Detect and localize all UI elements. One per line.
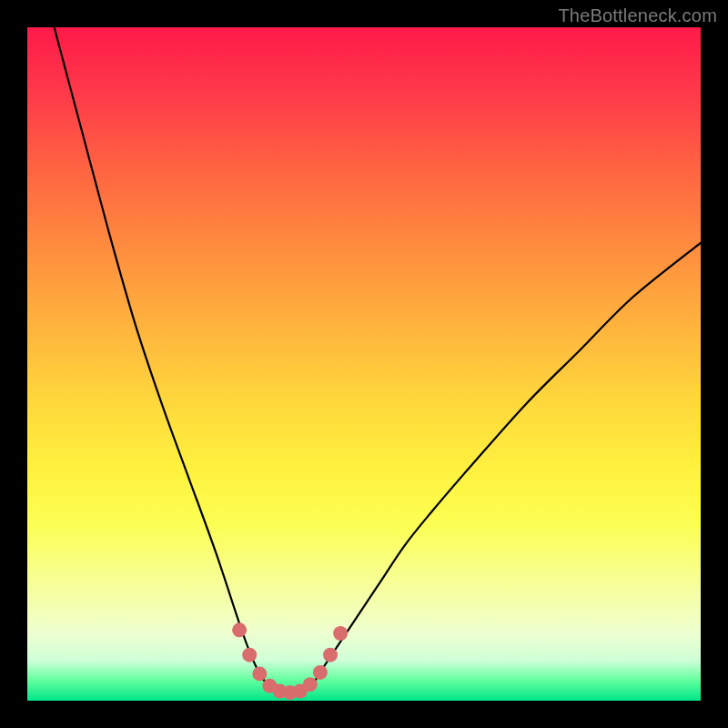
trough-dot bbox=[323, 648, 338, 662]
trough-dot bbox=[313, 665, 328, 680]
trough-dot bbox=[303, 677, 318, 692]
chart-frame: TheBottleneck.com bbox=[0, 0, 728, 728]
watermark-text: TheBottleneck.com bbox=[558, 5, 717, 26]
trough-dot bbox=[333, 626, 348, 641]
trough-dot bbox=[252, 666, 267, 681]
curve-svg bbox=[27, 27, 701, 701]
trough-dots bbox=[232, 622, 348, 700]
trough-dot bbox=[232, 622, 247, 637]
trough-dot bbox=[242, 648, 257, 662]
plot-area bbox=[27, 27, 701, 701]
bottleneck-curve bbox=[55, 27, 701, 695]
